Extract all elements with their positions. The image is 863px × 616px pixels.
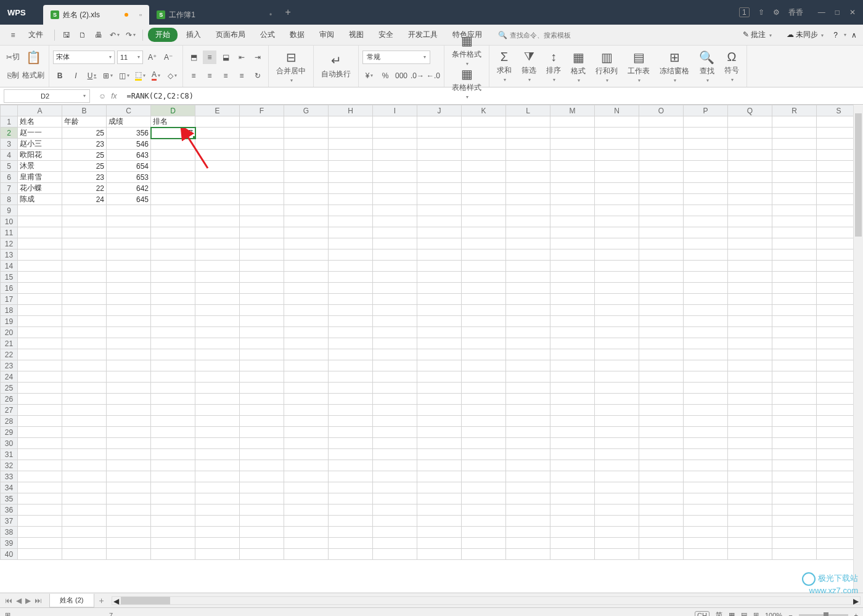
row-header-38[interactable]: 38 [1,527,18,538]
cell-G29[interactable] [284,427,329,438]
cell-I28[interactable] [373,416,417,427]
cell-J13[interactable] [417,249,462,261]
cell-J17[interactable] [417,294,462,305]
cell-C18[interactable] [107,305,151,316]
cell-Q38[interactable] [728,527,772,538]
cell-Q31[interactable] [728,449,772,460]
row-header-2[interactable]: 2 [1,128,18,139]
copy-button[interactable]: ⎘制 [6,69,20,83]
cell-I8[interactable] [373,194,417,205]
cell-R16[interactable] [772,283,817,294]
wrap-text-button[interactable]: ↵自动换行 [317,50,354,83]
row-header-39[interactable]: 39 [1,538,18,549]
cell-D36[interactable] [151,505,195,516]
cell-B13[interactable] [62,249,107,261]
cell-F21[interactable] [240,338,284,349]
cell-K22[interactable] [462,349,506,360]
cell-E12[interactable] [195,238,240,249]
cell-I13[interactable] [373,249,417,261]
cell-I36[interactable] [373,505,417,516]
cell-F6[interactable] [240,172,284,183]
bold-button[interactable]: B [53,69,67,83]
cell-O26[interactable] [639,394,684,405]
print-preview-icon[interactable]: 🗋 [76,28,89,42]
cell-C4[interactable]: 643 [107,150,151,161]
cell-H19[interactable] [329,316,373,327]
decrease-decimal-icon[interactable]: ←.0 [427,69,440,83]
cell-H21[interactable] [329,338,373,349]
cell-I27[interactable] [373,405,417,416]
cell-I38[interactable] [373,527,417,538]
cell-I31[interactable] [373,449,417,460]
cell-G17[interactable] [284,294,329,305]
cell-Q33[interactable] [728,471,772,482]
cell-H38[interactable] [329,527,373,538]
cell-D1[interactable]: 排名 [151,116,195,128]
mode-icon[interactable]: ⊞ [5,611,10,616]
cell-O30[interactable] [639,438,684,449]
cell-A36[interactable] [18,505,62,516]
cell-L7[interactable] [506,183,550,194]
cell-L22[interactable] [506,349,550,360]
cell-K38[interactable] [462,527,506,538]
cell-Q28[interactable] [728,416,772,427]
cell-A7[interactable]: 花小蝶 [18,183,62,194]
cell-C31[interactable] [107,449,151,460]
cell-G37[interactable] [284,516,329,527]
cell-D5[interactable] [151,161,195,172]
cell-A11[interactable] [18,227,62,238]
name-box[interactable]: D2▾ [4,89,90,103]
cell-O13[interactable] [639,249,684,261]
cell-L24[interactable] [506,371,550,383]
cell-H14[interactable] [329,261,373,272]
cell-L2[interactable] [506,128,550,139]
cell-Q13[interactable] [728,249,772,261]
cell-H29[interactable] [329,427,373,438]
cell-O36[interactable] [639,505,684,516]
cell-C14[interactable] [107,261,151,272]
cell-O24[interactable] [639,371,684,383]
cell-B30[interactable] [62,438,107,449]
cell-D32[interactable] [151,460,195,471]
sum-button[interactable]: Σ求和▾ [493,50,515,83]
format-button[interactable]: ▦格式▾ [567,50,589,83]
column-header-A[interactable]: A [18,105,62,116]
menu-page-layout[interactable]: 页面布局 [210,27,252,43]
percent-icon[interactable]: % [378,69,392,83]
cell-P32[interactable] [684,460,728,471]
cell-R24[interactable] [772,371,817,383]
cell-A27[interactable] [18,405,62,416]
cell-L14[interactable] [506,261,550,272]
cell-N26[interactable] [595,394,639,405]
cell-E10[interactable] [195,216,240,227]
menu-insert[interactable]: 插入 [180,27,207,43]
clear-format-button[interactable]: ◇▾ [165,69,179,83]
row-header-33[interactable]: 33 [1,471,18,482]
cell-H8[interactable] [329,194,373,205]
cell-A20[interactable] [18,327,62,338]
cell-G12[interactable] [284,238,329,249]
cell-L35[interactable] [506,493,550,505]
cell-K12[interactable] [462,238,506,249]
cell-M4[interactable] [550,150,595,161]
cell-N1[interactable] [595,116,639,128]
cell-O6[interactable] [639,172,684,183]
cell-L27[interactable] [506,405,550,416]
menu-review[interactable]: 审阅 [313,27,340,43]
cell-R8[interactable] [772,194,817,205]
cell-H27[interactable] [329,405,373,416]
cell-A1[interactable]: 姓名 [18,116,62,128]
filter-button[interactable]: ⧩筛选▾ [518,50,540,83]
cell-P40[interactable] [684,549,728,560]
cell-L10[interactable] [506,216,550,227]
cell-R30[interactable] [772,438,817,449]
cell-I37[interactable] [373,516,417,527]
cell-I10[interactable] [373,216,417,227]
cell-M3[interactable] [550,139,595,150]
cell-A13[interactable] [18,249,62,261]
cell-R20[interactable] [772,327,817,338]
cell-E29[interactable] [195,427,240,438]
row-header-37[interactable]: 37 [1,516,18,527]
cell-A2[interactable]: 赵一一 [18,128,62,139]
cell-N12[interactable] [595,238,639,249]
